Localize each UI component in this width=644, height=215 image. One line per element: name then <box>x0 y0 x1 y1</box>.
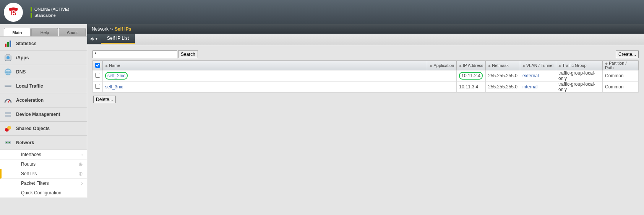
subnav-selfips[interactable]: Self IPs⊕ <box>0 169 87 179</box>
nav-acceleration-label: Acceleration <box>16 98 44 103</box>
nav-shared-objects-label: Shared Objects <box>16 126 50 131</box>
tab-about[interactable]: About <box>59 28 86 36</box>
nav-statistics[interactable]: Statistics <box>0 37 87 51</box>
plus-icon: ⊕ <box>78 171 83 177</box>
f5-logo: f5 <box>4 3 23 22</box>
nav-network[interactable]: Network <box>0 136 87 150</box>
col-ip[interactable]: ◆IP Address <box>457 61 486 70</box>
col-partition[interactable]: ◆Partition / Path <box>603 61 639 70</box>
nav-acceleration[interactable]: Acceleration <box>0 93 87 108</box>
col-netmask[interactable]: ◆Netmask <box>486 61 520 70</box>
nav-iapps[interactable]: iApps <box>0 51 87 65</box>
chevron-right-icon: › <box>81 180 83 186</box>
table-row: self_2nic 10.11.2.4 255.255.255.0 extern… <box>93 70 639 81</box>
svg-point-18 <box>9 142 10 143</box>
context-tab-selfip-list[interactable]: Self IP List <box>101 34 135 44</box>
sort-icon: ◆ <box>605 62 608 65</box>
svg-rect-2 <box>5 44 6 47</box>
status-standalone: Standalone <box>34 13 56 18</box>
row-checkbox[interactable] <box>95 73 100 78</box>
plus-icon: ⊕ <box>78 161 83 167</box>
header-status: ONLINE (ACTIVE) Standalone <box>31 7 69 18</box>
svg-line-10 <box>8 100 10 103</box>
nav-network-label: Network <box>16 140 34 145</box>
top-header: f5 ONLINE (ACTIVE) Standalone <box>0 0 644 24</box>
device-mgmt-icon <box>4 110 12 119</box>
breadcrumb-current: Self IPs <box>115 26 131 32</box>
sort-icon: ◆ <box>558 64 561 68</box>
row-checkbox[interactable] <box>95 84 100 89</box>
delete-button[interactable]: Delete... <box>93 96 116 103</box>
svg-rect-12 <box>5 115 11 117</box>
tab-main[interactable]: Main <box>4 28 31 36</box>
create-button[interactable]: Create... <box>616 50 639 58</box>
selfip-table: ◆Name ◆Application ◆IP Address ◆Netmask … <box>92 60 639 93</box>
search-input[interactable] <box>92 50 177 58</box>
gear-dropdown[interactable]: ✲▼ <box>87 34 101 44</box>
svg-point-14 <box>7 126 11 130</box>
gear-icon: ✲ <box>90 36 94 42</box>
nav-local-traffic[interactable]: Local Traffic <box>0 79 87 93</box>
svg-text:f5: f5 <box>11 10 16 16</box>
svg-rect-11 <box>5 112 11 114</box>
nav-dns[interactable]: DNS <box>0 65 87 79</box>
shared-objects-icon <box>4 124 12 133</box>
nav-device-mgmt-label: Device Management <box>16 112 60 117</box>
sort-icon: ◆ <box>488 64 491 68</box>
chevron-down-icon: ▼ <box>95 37 98 41</box>
vlan-link[interactable]: external <box>522 73 539 78</box>
acceleration-icon <box>4 96 12 104</box>
col-name[interactable]: ◆Name <box>103 61 427 70</box>
tab-help[interactable]: Help <box>31 28 58 36</box>
network-icon <box>4 138 12 147</box>
sort-icon: ◆ <box>105 64 108 68</box>
search-button[interactable]: Search <box>178 50 198 58</box>
statistics-icon <box>4 39 12 48</box>
breadcrumb-root[interactable]: Network <box>92 26 109 32</box>
dns-icon <box>4 68 12 76</box>
context-bar: ✲▼ Self IP List <box>87 34 644 45</box>
select-all-checkbox[interactable] <box>95 63 100 68</box>
col-trafficgroup[interactable]: ◆Traffic Group <box>556 61 603 70</box>
col-application[interactable]: ◆Application <box>427 61 457 70</box>
content-area: Network ›› Self IPs ✲▼ Self IP List Sear… <box>87 24 644 198</box>
svg-rect-4 <box>10 41 11 47</box>
nav-dns-label: DNS <box>16 69 26 75</box>
svg-point-17 <box>8 142 8 143</box>
subnav-interfaces[interactable]: Interfaces› <box>0 150 87 160</box>
svg-rect-9 <box>5 86 11 86</box>
svg-rect-3 <box>7 42 9 47</box>
vlan-link[interactable]: internal <box>522 84 537 90</box>
selfip-name-link[interactable]: self_2nic <box>105 72 128 80</box>
svg-point-16 <box>6 142 7 143</box>
selfip-name-link[interactable]: self_3nic <box>105 84 123 90</box>
selfip-ip: 10.11.2.4 <box>459 72 483 80</box>
table-row: self_3nic 10.11.3.4 255.255.255.0 intern… <box>93 81 639 93</box>
subnav-quick-config[interactable]: Quick Configuration <box>0 188 87 198</box>
nav-statistics-label: Statistics <box>16 41 36 46</box>
nav-device-mgmt[interactable]: Device Management <box>0 108 87 122</box>
iapps-icon <box>4 54 12 62</box>
nav-iapps-label: iApps <box>16 55 29 60</box>
breadcrumb: Network ›› Self IPs <box>87 24 644 34</box>
status-online: ONLINE (ACTIVE) <box>34 7 69 11</box>
subnav-packet-filters[interactable]: Packet Filters› <box>0 179 87 188</box>
sort-icon: ◆ <box>459 64 462 68</box>
nav-shared-objects[interactable]: Shared Objects <box>0 122 87 136</box>
svg-point-6 <box>6 56 10 59</box>
sidebar: Main Help About Statistics iApps DNS Loc… <box>0 24 87 198</box>
col-vlan[interactable]: ◆VLAN / Tunnel <box>520 61 556 70</box>
sort-icon: ◆ <box>430 64 432 68</box>
local-traffic-icon <box>4 82 12 90</box>
chevron-right-icon: › <box>81 151 83 158</box>
sort-icon: ◆ <box>522 64 525 68</box>
subnav-routes[interactable]: Routes⊕ <box>0 160 87 169</box>
nav-local-traffic-label: Local Traffic <box>16 83 43 89</box>
